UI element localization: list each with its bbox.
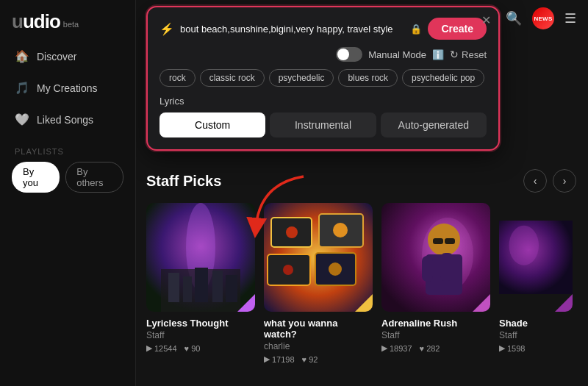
- card-stats-3: ▶ 1598: [499, 343, 573, 353]
- sidebar-item-discover[interactable]: 🏠 Discover: [0, 40, 135, 72]
- lyrics-instrumental-button[interactable]: Instrumental: [270, 112, 376, 137]
- reset-label: Reset: [462, 49, 487, 60]
- topbar: 🔍 NEWS ☰: [494, 0, 588, 37]
- svg-point-14: [286, 226, 298, 238]
- svg-rect-6: [195, 268, 208, 302]
- prompt-input[interactable]: [180, 24, 404, 35]
- lock-icon: 🔒: [410, 24, 422, 35]
- sidebar-item-my-creations[interactable]: 🎵 My Creations: [0, 72, 135, 104]
- news-badge[interactable]: NEWS: [532, 7, 554, 29]
- card-title-3: Shade: [499, 318, 573, 329]
- like-count-2: ♥ 282: [420, 343, 440, 353]
- prompt-row: ⚡ 🔒 Create: [159, 18, 487, 40]
- close-button[interactable]: ✕: [481, 15, 491, 26]
- card-title-2: Adrenaline Rush: [381, 318, 490, 329]
- lyrics-autogenerated-button[interactable]: Auto-generated: [381, 112, 487, 137]
- logo-prefix-u: u: [12, 10, 23, 32]
- news-label: NEWS: [534, 15, 552, 22]
- lightning-icon: ⚡: [159, 22, 174, 36]
- card-image-1: [264, 203, 373, 312]
- tag-rock[interactable]: rock: [159, 69, 196, 87]
- prev-arrow-button[interactable]: ‹: [523, 169, 547, 193]
- svg-rect-23: [440, 253, 453, 281]
- lyrics-section-label: Lyrics: [159, 96, 487, 107]
- svg-rect-8: [226, 275, 237, 302]
- like-count-1: ♥ 92: [302, 354, 318, 364]
- card-image-0: [146, 203, 255, 312]
- logo: uudio beta: [0, 0, 135, 40]
- staff-picks-header: Staff Picks ‹ ›: [146, 169, 588, 193]
- svg-rect-25: [445, 238, 455, 244]
- svg-rect-5: [183, 276, 192, 302]
- manual-mode-row: Manual Mode ℹ️ ↻ Reset: [159, 47, 487, 62]
- beta-label: beta: [63, 20, 79, 29]
- sidebar-item-liked-songs[interactable]: 🤍 Liked Songs: [0, 104, 135, 135]
- tag-classic-rock[interactable]: classic rock: [200, 69, 265, 87]
- create-button[interactable]: Create: [428, 18, 487, 40]
- play-count-2: ▶ 18937: [381, 343, 412, 353]
- sidebar: uudio beta 🏠 Discover 🎵 My Creations 🤍 L…: [0, 0, 136, 386]
- staff-picks-cards: Lyricless Thought Staff ▶ 12544 ♥ 90: [146, 203, 588, 364]
- card-lyricless-thought[interactable]: Lyricless Thought Staff ▶ 12544 ♥ 90: [146, 203, 255, 364]
- search-icon[interactable]: 🔍: [506, 10, 522, 26]
- home-icon: 🏠: [15, 49, 29, 63]
- svg-rect-4: [168, 273, 179, 302]
- card-what-you-wanna-watch[interactable]: what you wanna watch? charlie ▶ 17198 ♥ …: [264, 203, 373, 364]
- heart-icon: 🤍: [15, 112, 29, 126]
- card-stats-0: ▶ 12544 ♥ 90: [146, 343, 255, 353]
- card-title-1: what you wanna watch?: [264, 318, 373, 340]
- card-author-3: Staff: [499, 330, 573, 340]
- svg-point-20: [428, 224, 460, 256]
- create-panel: ✕ ⚡ 🔒 Create Manual Mode ℹ️ ↻ Reset rock…: [146, 6, 500, 151]
- menu-icon[interactable]: ☰: [564, 10, 576, 26]
- tags-row: rock classic rock psychedelic blues rock…: [159, 69, 487, 87]
- reset-icon: ↻: [450, 49, 459, 60]
- staff-picks-title: Staff Picks: [146, 173, 221, 190]
- like-count-0: ♥ 90: [184, 343, 201, 353]
- card-stats-2: ▶ 18937 ♥ 282: [381, 343, 490, 353]
- svg-point-15: [333, 223, 348, 237]
- playlists-section-label: PLAYLISTS: [0, 135, 135, 162]
- music-icon: 🎵: [15, 81, 29, 95]
- sidebar-discover-label: Discover: [37, 51, 76, 62]
- card-stats-1: ▶ 17198 ♥ 92: [264, 354, 373, 364]
- tab-by-you[interactable]: By you: [12, 162, 60, 193]
- tag-blues-rock[interactable]: blues rock: [338, 69, 398, 87]
- manual-mode-toggle[interactable]: [336, 47, 362, 62]
- playlist-tabs: By you By others: [0, 162, 135, 193]
- svg-rect-24: [433, 238, 443, 244]
- card-author-2: Staff: [381, 330, 490, 340]
- staff-picks-section: Staff Picks ‹ ›: [146, 169, 588, 364]
- card-title-0: Lyricless Thought: [146, 318, 255, 329]
- svg-point-17: [329, 262, 342, 276]
- svg-point-27: [509, 226, 539, 265]
- manual-mode-label: Manual Mode: [368, 49, 426, 60]
- card-author-1: charlie: [264, 341, 373, 351]
- card-adrenaline-rush[interactable]: Adrenaline Rush Staff ▶ 18937 ♥ 282: [381, 203, 490, 364]
- svg-rect-7: [212, 271, 223, 302]
- lyrics-custom-button[interactable]: Custom: [159, 112, 265, 137]
- logo-wordmark: udio: [23, 10, 60, 32]
- svg-point-16: [283, 265, 293, 275]
- play-count-0: ▶ 12544: [146, 343, 177, 353]
- play-count-1: ▶ 17198: [264, 354, 295, 364]
- next-arrow-button[interactable]: ›: [553, 169, 576, 193]
- info-icon[interactable]: ℹ️: [432, 49, 444, 60]
- card-image-2: [381, 203, 490, 312]
- svg-rect-22: [422, 256, 433, 282]
- reset-button[interactable]: ↻ Reset: [450, 49, 487, 60]
- card-author-0: Staff: [146, 330, 255, 340]
- play-count-3: ▶ 1598: [499, 343, 525, 353]
- logo-text: uudio: [12, 10, 60, 33]
- tag-psychedelic[interactable]: psychedelic: [269, 69, 334, 87]
- sidebar-my-creations-label: My Creations: [37, 82, 97, 94]
- main-content: 🔍 NEWS ☰ ✕ ⚡ 🔒 Create Manual Mode ℹ️ ↻ R…: [136, 0, 588, 386]
- lyrics-options: Custom Instrumental Auto-generated: [159, 112, 487, 137]
- tab-by-others[interactable]: By others: [65, 162, 123, 193]
- sidebar-liked-songs-label: Liked Songs: [37, 114, 93, 126]
- staff-picks-nav: ‹ ›: [523, 169, 576, 193]
- card-image-3: [499, 203, 573, 312]
- card-shade[interactable]: Shade Staff ▶ 1598: [499, 203, 573, 364]
- tag-psychedelic-pop[interactable]: psychedelic pop: [402, 69, 484, 87]
